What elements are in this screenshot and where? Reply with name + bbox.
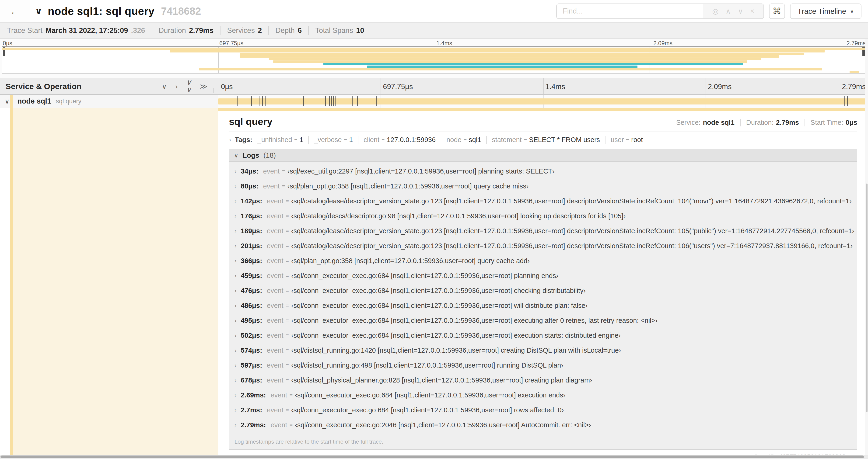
service-operation-title: Service & Operation xyxy=(0,82,162,91)
span-collapse-chevron-icon[interactable]: ∨ xyxy=(5,97,9,105)
find-addon: ◎ ∧ ∨ × xyxy=(703,4,764,19)
vertical-scrollbar[interactable] xyxy=(865,39,868,455)
log-expand-chevron-icon[interactable]: › xyxy=(235,332,237,339)
log-entry-row[interactable]: ›366μs:event=‹sql/plan_opt.go:358 [nsql1… xyxy=(229,253,857,268)
tag-divider xyxy=(441,136,441,144)
log-field-key: event xyxy=(267,302,283,309)
span-detail-meta: Service:node sql1Duration:2.79msStart Ti… xyxy=(676,119,857,127)
log-expand-chevron-icon[interactable]: › xyxy=(235,392,237,399)
span-row-name-cell[interactable]: ∨ node sql1 sql query xyxy=(0,95,218,108)
log-entry-row[interactable]: ›80μs:event=‹sql/plan_opt.go:358 [nsql1,… xyxy=(229,179,857,194)
minimap-span-bar xyxy=(2,47,865,50)
log-expand-chevron-icon[interactable]: › xyxy=(235,302,237,309)
log-entry-row[interactable]: ›476μs:event=‹sql/conn_executor_exec.go:… xyxy=(229,283,857,298)
horizontal-scrollbar-thumb[interactable] xyxy=(0,456,864,458)
log-expand-chevron-icon[interactable]: › xyxy=(235,377,237,384)
logs-header[interactable]: ∨ Logs (18) xyxy=(229,149,857,162)
keyboard-shortcuts-button[interactable]: ⌘ xyxy=(769,3,785,19)
log-entry-row[interactable]: ›502μs:event=‹sql/conn_executor_exec.go:… xyxy=(229,328,857,343)
next-match-icon[interactable]: ∨ xyxy=(738,7,743,15)
log-marker-tick xyxy=(335,96,336,106)
log-field-value: ‹sql/conn_executor_exec.go:684 [nsql1,cl… xyxy=(291,302,588,309)
find-input[interactable] xyxy=(557,4,703,19)
info-divider xyxy=(152,26,152,35)
logs-collapse-chevron-icon[interactable]: ∨ xyxy=(234,152,238,159)
log-entry-row[interactable]: ›189μs:event=‹sql/catalog/lease/descript… xyxy=(229,223,857,238)
minimap-span-bar xyxy=(240,53,804,55)
log-entry-row[interactable]: ›176μs:event=‹sql/catalog/descs/descript… xyxy=(229,208,857,223)
log-expand-chevron-icon[interactable]: › xyxy=(235,242,237,250)
tags-expand-chevron-icon[interactable]: › xyxy=(229,136,231,143)
span-row-timeline-cell[interactable] xyxy=(218,95,868,108)
command-icon: ⌘ xyxy=(773,6,781,16)
log-marker-tick xyxy=(303,96,304,106)
log-expand-chevron-icon[interactable]: › xyxy=(235,406,237,414)
span-detail-left-column xyxy=(0,108,218,455)
collapse-trace-chevron-icon[interactable]: ∨ xyxy=(35,6,42,16)
vertical-scrollbar-thumb[interactable] xyxy=(866,184,868,412)
log-entry-row[interactable]: ›2.7ms:event=‹sql/conn_executor_exec.go:… xyxy=(229,402,857,418)
log-expand-chevron-icon[interactable]: › xyxy=(235,421,237,429)
ruler-tick-label: 2.09ms xyxy=(708,83,732,91)
log-entry-row[interactable]: ›486μs:event=‹sql/conn_executor_exec.go:… xyxy=(229,298,857,313)
log-timestamp: 366μs: xyxy=(241,257,262,265)
log-field-value: ‹sql/distsql_physical_planner.go:828 [ns… xyxy=(291,376,592,384)
meta-divider xyxy=(805,119,805,126)
horizontal-scrollbar[interactable] xyxy=(0,455,868,459)
log-timestamp: 2.69ms: xyxy=(241,391,266,399)
log-expand-chevron-icon[interactable]: › xyxy=(235,198,237,205)
log-entry-row[interactable]: ›597μs:event=‹sql/distsql_running.go:498… xyxy=(229,358,857,373)
view-selector-button[interactable]: Trace Timeline ∨ xyxy=(790,3,862,19)
log-entry-row[interactable]: ›574μs:event=‹sql/distsql_running.go:142… xyxy=(229,343,857,358)
log-expand-chevron-icon[interactable]: › xyxy=(235,257,237,264)
log-expand-chevron-icon[interactable]: › xyxy=(235,272,237,280)
log-expand-chevron-icon[interactable]: › xyxy=(235,227,237,235)
span-operation-name: sql query xyxy=(56,98,82,105)
log-expand-chevron-icon[interactable]: › xyxy=(235,212,237,220)
focus-match-icon[interactable]: ◎ xyxy=(712,7,718,15)
log-expand-chevron-icon[interactable]: › xyxy=(235,317,237,324)
collapse-one-icon[interactable]: ∨ xyxy=(162,83,167,90)
expand-one-icon[interactable]: › xyxy=(176,83,178,90)
view-selector-label: Trace Timeline xyxy=(798,7,846,15)
log-entry-row[interactable]: ›34μs:event=‹sql/exec_util.go:2297 [nsql… xyxy=(229,164,857,179)
log-entry-row[interactable]: ›2.69ms:event=‹sql/conn_executor_exec.go… xyxy=(229,388,857,402)
log-field-value: ‹sql/exec_util.go:2297 [nsql1,client=127… xyxy=(287,167,555,175)
log-entry-row[interactable]: ›495μs:event=‹sql/conn_executor_exec.go:… xyxy=(229,313,857,328)
log-expand-chevron-icon[interactable]: › xyxy=(235,168,237,175)
minimap-canvas[interactable] xyxy=(2,46,866,73)
log-expand-chevron-icon[interactable]: › xyxy=(235,287,237,294)
expand-all-icon[interactable]: ≫ xyxy=(200,83,208,90)
log-timestamp: 176μs: xyxy=(241,212,262,220)
trace-info-bar: Trace StartMarch 31 2022, 17:25:09.326Du… xyxy=(0,23,868,39)
trace-info-label: Total Spans xyxy=(315,26,353,35)
top-header: ← ∨ node sql1: sql query 7418682 ◎ ∧ ∨ ×… xyxy=(0,0,868,23)
tag-key: _unfinished xyxy=(257,136,292,144)
collapse-all-icon[interactable]: ∨∨ xyxy=(186,78,192,93)
span-extent-accent-bar xyxy=(218,108,868,111)
log-expand-chevron-icon[interactable]: › xyxy=(235,362,237,369)
logs-note: Log timestamps are relative to the start… xyxy=(229,434,857,449)
log-timestamp: 476μs: xyxy=(241,287,262,295)
tags-row[interactable]: › Tags: _unfinished=1_verbose=1client=12… xyxy=(229,136,857,144)
log-entry-row[interactable]: ›2.79ms:event=‹sql/conn_executor_exec.go… xyxy=(229,418,857,432)
find-group: ◎ ∧ ∨ × xyxy=(556,3,764,19)
logs-title: Logs xyxy=(242,151,259,159)
log-entry-row[interactable]: ›201μs:event=‹sql/catalog/lease/descript… xyxy=(229,238,857,253)
log-marker-tick xyxy=(331,96,332,106)
log-entry-row[interactable]: ›459μs:event=‹sql/conn_executor_exec.go:… xyxy=(229,268,857,283)
prev-match-icon[interactable]: ∧ xyxy=(726,7,731,15)
logs-block: ∨ Logs (18) ›34μs:event=‹sql/exec_util.g… xyxy=(229,149,857,450)
log-entry-row[interactable]: ›142μs:event=‹sql/catalog/lease/descript… xyxy=(229,194,857,208)
ruler-tick-label: 2.79ms xyxy=(846,40,866,47)
tag-item: node=sql1 xyxy=(446,136,481,144)
minimap-ruler: 0μs697.75μs1.4ms2.09ms2.79ms xyxy=(0,39,868,46)
column-resize-grip[interactable] xyxy=(213,88,215,93)
log-expand-chevron-icon[interactable]: › xyxy=(235,183,237,190)
log-entry-row[interactable]: ›678μs:event=‹sql/distsql_physical_plann… xyxy=(229,373,857,388)
tag-value: sql1 xyxy=(469,136,481,144)
log-expand-chevron-icon[interactable]: › xyxy=(235,347,237,354)
clear-search-icon[interactable]: × xyxy=(750,7,754,15)
log-timestamp: 2.7ms: xyxy=(241,406,262,414)
back-button[interactable]: ← xyxy=(0,0,30,22)
